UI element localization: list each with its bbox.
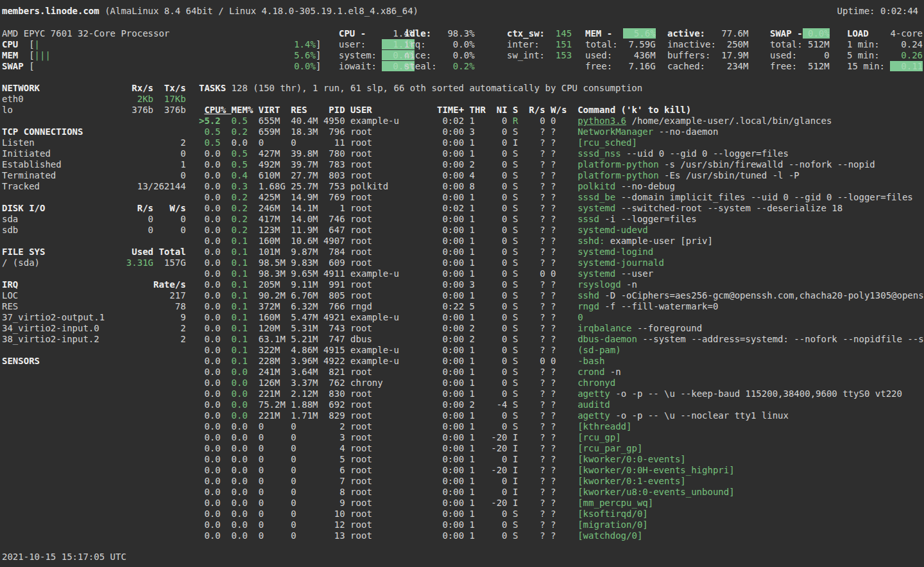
process-row: 0.0 0.1 160M 10.6M 4907 root 0:00 1 0 S … [199, 236, 924, 247]
cell-thr: 1 [470, 247, 492, 257]
row-value: 2 [121, 334, 185, 344]
cell-mem: 0.0 [232, 137, 248, 148]
cell-command-name: auditd [578, 399, 610, 410]
cell-command-args: -f --fill-watermark=0 [604, 301, 718, 311]
process-row: 0.0 0.0 75.2M 1.88M 692 root 0:00 2 -4 S… [199, 399, 924, 410]
cell-pid: 7 [318, 476, 345, 486]
cell-thr: 1 [470, 465, 492, 475]
cell-user: root [350, 399, 410, 410]
row-label: 37_virtio2-output.1 [2, 312, 121, 322]
cell-command-name: -bash [578, 356, 604, 366]
terminal-screen[interactable]: { "header": { "host": "members.linode.co… [0, 0, 924, 567]
cell-mem: 0.2 [232, 214, 248, 224]
cell-command-args: -D -oCiphers=aes256-gcm@openssh.com,chac… [604, 290, 924, 301]
cell-thr: 1 [470, 236, 492, 246]
cell-virt: 241M [259, 367, 286, 377]
cell-pid: 6 [318, 465, 345, 475]
cell-virt: 0 [259, 498, 286, 508]
cell-ni: 0 [491, 356, 507, 366]
cell-rs: ? [529, 279, 545, 290]
cell-command-name: (sd-pam) [578, 345, 620, 355]
cell-user: root [350, 443, 410, 453]
cell-virt: 0 [259, 421, 286, 432]
cell-thr: 1 [470, 116, 492, 126]
blank-line [2, 345, 186, 356]
cell-cpu: 0.0 [204, 159, 220, 170]
quicklook-panel: AMD EPYC 7601 32-Core ProcessorCPU [| 1.… [2, 28, 321, 72]
row-label: sda [2, 214, 121, 224]
cell-ni: 0 [491, 268, 507, 279]
cell-time: 0:00 [410, 465, 464, 475]
cell-rs: ? [529, 487, 545, 497]
cell-time: 0:00 [410, 498, 464, 508]
cell-ni: 0 [491, 203, 507, 213]
cell-cpu: 0.0 [204, 268, 220, 279]
cell-time: 0:00 [410, 137, 464, 148]
cell-user: root [350, 367, 410, 377]
cell-virt: 205M [259, 279, 286, 290]
cell-time: 0:02 [410, 203, 464, 213]
cell-rs: ? [529, 247, 545, 257]
cell-virt: 417M [259, 214, 286, 224]
gauge-value: 0.0% [294, 61, 316, 71]
col-header-user: USER [350, 105, 372, 115]
cell-command-args: example-user [priv] [610, 236, 713, 246]
cell-virt: 0 [259, 137, 286, 148]
cell-virt: 75.2M [259, 399, 286, 410]
row-value: 217 [121, 290, 185, 301]
stat-label: free: [585, 61, 623, 71]
cell-virt: 123M [259, 225, 286, 235]
cell-time: 0:00 [410, 519, 464, 530]
cell-user: root [350, 225, 410, 235]
cell-user: chrony [350, 378, 410, 388]
cell-command-args: --user [621, 268, 654, 279]
panel-title-irq: IRQ Rate/s [2, 279, 186, 290]
cell-thr: 1 [470, 257, 492, 268]
cell-cpu: 0.0 [204, 301, 220, 311]
cell-res: 39.8M [291, 148, 318, 159]
cpu-panel-col3: ctx_sw: 145inter: 151sw_int: 153 [507, 28, 572, 61]
cell-cpu: 0.0 [204, 225, 220, 235]
stat-label: sw_int: [507, 50, 550, 60]
cell-command-name: systemd [578, 203, 615, 213]
uptime-label: Uptime: [837, 6, 875, 16]
cell-cpu: 0.0 [204, 399, 220, 410]
cell-ni: 0 [491, 257, 507, 268]
cell-time: 0:00 [410, 214, 464, 224]
cell-virt: 160M [259, 312, 286, 322]
cell-virt: 0 [259, 519, 286, 530]
row-value: 2 [121, 137, 185, 148]
cell-thr: 1 [470, 454, 492, 464]
panel-row: 34_virtio2-input.0 2 [2, 323, 186, 334]
cell-virt: 0 [259, 432, 286, 442]
cell-user: root [350, 236, 410, 246]
cell-cpu: 0.0 [204, 378, 220, 388]
col-header-cpu: CPU% [204, 105, 231, 115]
cell-pid: 10 [318, 509, 345, 519]
stat-label: free: [770, 61, 803, 71]
row-value: 1 [121, 159, 185, 170]
stat-line: nice: 0.0% [404, 50, 475, 61]
stat-line: steal: 0.2% [404, 61, 475, 72]
cell-cpu: 0.0 [204, 290, 220, 301]
cell-mem: 0.2 [232, 192, 248, 202]
cell-user: example-u [350, 345, 410, 355]
cell-rs: ? [529, 334, 545, 344]
stat-label: cached: [667, 61, 721, 71]
gauge-label: MEM [2, 50, 29, 60]
cell-res: 18.3M [291, 126, 318, 137]
cell-user: root [350, 498, 410, 508]
row-value: 0 [121, 225, 153, 235]
cell-res: 0 [291, 432, 318, 442]
cell-virt: 63.1M [259, 334, 286, 344]
cell-rs: ? [529, 378, 545, 388]
cell-res: 0 [291, 519, 318, 530]
cell-rs: ? [529, 399, 545, 410]
stat-line: SWAP - 0.0% [770, 28, 830, 39]
cell-thr: 1 [470, 367, 492, 377]
cell-res: 27.7M [291, 170, 318, 180]
cell-thr: 2 [470, 323, 492, 333]
cell-command-name: NetworkManager [578, 126, 653, 137]
stat-value: 4-core [890, 28, 923, 39]
cell-virt: 98.3M [259, 268, 286, 279]
